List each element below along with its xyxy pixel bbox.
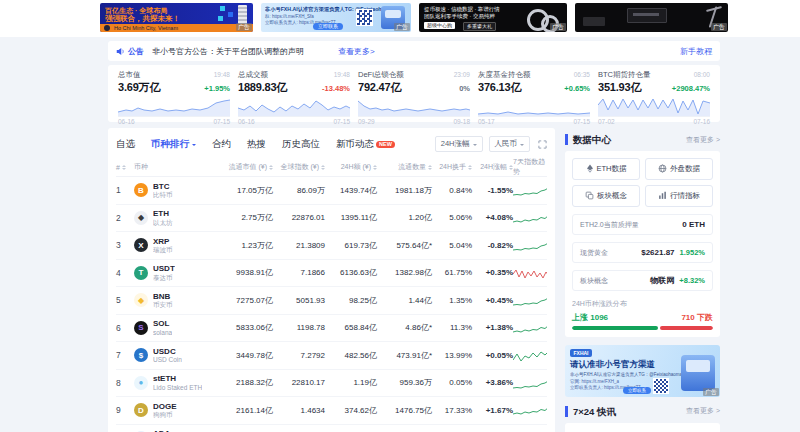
qr-code <box>356 9 373 26</box>
pixel-decoration <box>220 6 225 11</box>
news-more-link[interactable]: 查看更多 > <box>686 406 720 416</box>
sidebar-ad-banner[interactable]: FXHAI 请认准非小号官方渠道 非小号FXH.AI认准官方渠道负责人TG：@F… <box>565 345 720 397</box>
column-header[interactable]: 24H换手 <box>432 162 472 172</box>
stat-sparkline <box>598 96 710 116</box>
tab-item[interactable]: 新币动态NEW <box>336 138 395 151</box>
ad-banner-mining[interactable]: 广告 <box>575 3 728 32</box>
dropdown-value: 24H涨幅 <box>441 139 470 149</box>
column-header-label: # <box>116 164 120 171</box>
turnover-cell: 61.75% <box>432 268 472 277</box>
table-row[interactable]: 9 D DOGE 狗狗币 2161.14亿 1.4634 374.62亿 147… <box>116 397 547 425</box>
table-row[interactable]: 7 $ USDC USD Coin 3449.78亿 7.2792 482.56… <box>116 342 547 370</box>
chevron-down-icon <box>192 144 196 148</box>
trend-sparkline <box>513 404 547 416</box>
data-center-more-link[interactable]: 查看更多 > <box>686 135 720 145</box>
stat-date-from: 05-17 <box>478 118 495 125</box>
coin-name: 比特币 <box>153 191 173 198</box>
column-header[interactable]: 24H涨幅 <box>472 162 513 172</box>
dropdown-value: 人民币 <box>495 139 518 149</box>
column-header[interactable]: 24H额 (¥) <box>325 162 377 172</box>
supply-cell: 473.91亿* <box>377 350 432 361</box>
rank-cell: 7 <box>116 350 134 360</box>
tab-item[interactable]: 自选 <box>116 138 135 151</box>
stat-sparkline <box>478 96 590 116</box>
stat-timestamp: 19:48 <box>334 71 350 78</box>
column-header[interactable]: 流通数量 <box>377 162 432 172</box>
column-header[interactable]: 流通市值 (¥) <box>218 162 273 172</box>
metric-row[interactable]: 现货黄金$2621.871.952% <box>572 242 713 263</box>
chevron-down-icon <box>473 144 477 148</box>
beginner-tutorial-link[interactable]: 新手教程 <box>680 46 712 57</box>
metric-row[interactable]: ETH2.0当前质押量0 ETH <box>572 214 713 235</box>
rank-cell: 8 <box>116 378 134 388</box>
price-cell: 5051.93 <box>273 296 325 305</box>
volume-cell: 6136.63亿 <box>325 267 377 278</box>
table-row[interactable]: 3 X XRP 瑞波币 1.23万亿 21.3809 619.73亿 575.6… <box>116 232 547 260</box>
table-row[interactable]: 5 ◆ BNB 币安币 7275.07亿 5051.93 98.25亿 1.44… <box>116 287 547 315</box>
ad-contact-button[interactable]: 立即联系 <box>313 23 343 30</box>
stat-date-from: 07-02 <box>598 118 615 125</box>
table-row[interactable]: 10 A ADA 艾达币 1921.9亿 5.4654 96.41亿 351.6… <box>116 425 547 432</box>
table-row[interactable]: 4 T USDT 泰达币 9938.91亿 7.1866 6136.63亿 13… <box>116 260 547 288</box>
data-center-button[interactable]: ETH数据 <box>572 158 640 180</box>
fullscreen-icon[interactable] <box>538 140 547 149</box>
column-header[interactable]: 全球指数 (¥) <box>273 162 325 172</box>
column-header[interactable]: # <box>116 164 134 171</box>
change-cell: -1.55% <box>472 186 513 195</box>
ad-tag: 广告 <box>236 23 252 31</box>
turnover-cell: 11.3% <box>432 323 472 332</box>
stat-card: BTC期货持仓量 08:00 351.93亿 +2908.47% 07-02 0… <box>598 70 710 117</box>
tab-item[interactable]: 热搜 <box>247 138 266 151</box>
price-cell: 1198.78 <box>273 323 325 332</box>
turnover-cell: 1.35% <box>432 296 472 305</box>
banner-subtitle: 非小号FXH.AI认准官方渠道负责人TG：@Feixiaohaomak <box>570 371 684 376</box>
shelf-graphic <box>583 17 605 26</box>
pixel-decoration <box>228 12 233 17</box>
coin-name: USD Coin <box>153 356 182 363</box>
ad-banner-vietnam[interactable]: 百亿生态 · 全球布局 强强联合，共探未来！ Ho Chi Minh City,… <box>100 3 253 32</box>
coin-cell: ◆ BNB 币安币 <box>134 292 218 309</box>
coin-cell: T USDT 泰达币 <box>134 264 218 281</box>
table-row[interactable]: 1 B BTC 比特币 17.05万亿 86.09万 1439.74亿 1981… <box>116 177 547 205</box>
data-center-button[interactable]: 板块概念 <box>572 185 640 207</box>
speaker-icon <box>116 47 125 56</box>
metric-row[interactable]: 板块概念物联网+8.32% <box>572 270 713 291</box>
announcement-more-link[interactable]: 查看更多> <box>338 46 375 57</box>
new-badge: NEW <box>376 141 395 148</box>
coin-icon: ◆ <box>134 211 148 225</box>
stat-date-to: 09-18 <box>453 118 470 125</box>
ad-button[interactable]: 超级中心购 <box>424 22 455 29</box>
announcement-text[interactable]: 非小号官方公告：关于平台团队调整的声明 <box>152 46 304 57</box>
table-row[interactable]: 8 ● stETH Lido Staked ETH 2188.32亿 22810… <box>116 370 547 398</box>
stat-date-from: 09-29 <box>358 118 375 125</box>
rank-cell: 3 <box>116 240 134 250</box>
change-cell: +0.45% <box>472 296 513 305</box>
sort-dropdown[interactable]: 24H涨幅 <box>435 136 483 152</box>
market-cap-cell: 2161.14亿 <box>218 405 273 416</box>
news-card[interactable] <box>565 423 720 432</box>
change-cell: +1.38% <box>472 323 513 332</box>
table-row[interactable]: 2 ◆ ETH 以太坊 2.75万亿 22876.01 1395.11亿 1.2… <box>116 205 547 233</box>
table-row[interactable]: 6 S SOL solana 5833.06亿 1198.78 658.84亿 … <box>116 315 547 343</box>
coin-symbol: XRP <box>153 237 173 246</box>
data-center-buttons: ETH数据外盘数据板块概念行情指标 <box>572 158 713 207</box>
currency-dropdown[interactable]: 人民币 <box>489 136 531 152</box>
data-center-button[interactable]: 行情指标 <box>645 185 713 207</box>
data-center-button[interactable]: 外盘数据 <box>645 158 713 180</box>
announcement-bar: 公告 非小号官方公告：关于平台团队调整的声明 查看更多> 新手教程 <box>108 41 720 61</box>
volume-cell: 98.25亿 <box>325 295 377 306</box>
eth-icon <box>586 164 594 175</box>
tab-item[interactable]: 合约 <box>212 138 231 151</box>
ad-button[interactable]: 多重壕大礼 <box>463 22 496 31</box>
ad-banner-exchange[interactable]: 提币极速 · 信稳数据 · 靠谱行情 团队返利零手续费 · 交易纯粹 超级中心购… <box>419 3 567 32</box>
ad-banner-fxh[interactable]: 非小号FXH.AI认准官方渠道负责人TG: @Feixiaohaomak 群: … <box>261 3 411 32</box>
ad-line: 团队返利零手续费 · 交易纯粹 <box>424 13 495 20</box>
tab-item[interactable]: 历史高位 <box>282 138 320 151</box>
stat-timestamp: 19:48 <box>214 71 230 78</box>
stat-change: 0% <box>459 84 470 93</box>
stat-label: 总成交额 <box>238 70 268 80</box>
trend-sparkline <box>513 184 547 196</box>
tab-item[interactable]: 币种排行 <box>151 138 196 151</box>
banner-contact-button[interactable]: 立即联系 <box>623 387 651 394</box>
coin-name: 泰达币 <box>153 274 175 281</box>
